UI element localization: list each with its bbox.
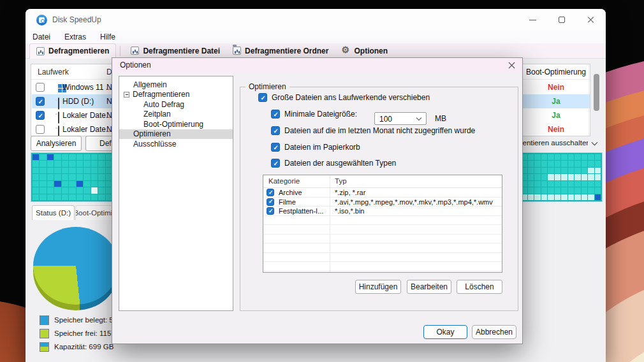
tree-item-ausschluesse[interactable]: Ausschlüsse: [119, 139, 233, 149]
tree-item-zeitplan[interactable]: Zeitplan: [119, 110, 233, 120]
table-empty-row: [263, 253, 502, 263]
block-cell: [98, 194, 105, 200]
block-cell: [84, 194, 90, 200]
dialog-close-icon[interactable]: [508, 61, 516, 69]
tree-item-defragmentieren[interactable]: Defragmentieren: [119, 90, 233, 100]
toolbar-defragmentieren[interactable]: Defragmentieren: [29, 43, 116, 59]
tab-status[interactable]: Status (D:): [32, 205, 75, 220]
table-row-archive[interactable]: Archive *.zip, *.rar: [263, 188, 502, 198]
types-cell: *.avi,*.mpg,*.mpeg,*.mov,*.mkv,*.mp3,*.m…: [335, 198, 493, 206]
tree-item-boot-optimierung[interactable]: Boot-Optimierung: [119, 119, 233, 129]
block-cell: [69, 168, 75, 173]
block-cell: [54, 187, 61, 193]
option-recycle-bin[interactable]: Dateien im Papierkorb: [271, 143, 360, 152]
dialog-title: Optionen: [120, 61, 151, 69]
toolbar-label: Defragmentieren: [48, 47, 109, 55]
block-cell: [62, 168, 68, 173]
block-cell: [33, 154, 39, 160]
drive-label: Lokaler Date...: [62, 125, 112, 134]
toolbar-label: Defragmentiere Ordner: [245, 47, 328, 55]
tree-item-optimieren[interactable]: Optimieren: [119, 129, 233, 140]
tree-item-auto-defrag[interactable]: Auto Defrag: [119, 99, 233, 110]
option-min-filesize[interactable]: Minimale Dateigröße:: [271, 110, 357, 119]
block-cell: [541, 194, 548, 200]
block-cell: [595, 194, 601, 200]
drive-checkbox[interactable]: [36, 111, 45, 120]
block-cell: [568, 181, 574, 187]
menu-datei[interactable]: Datei: [33, 33, 50, 41]
vertical-scrollbar[interactable]: [594, 74, 599, 111]
maximize-button[interactable]: [547, 9, 576, 31]
row-checkbox[interactable]: [267, 198, 274, 206]
defrag-disable-dropdown[interactable]: mentieren ausschalten: [516, 139, 588, 149]
block-cell: [84, 154, 90, 160]
drive-checkbox[interactable]: [36, 83, 45, 92]
legend-swatch-capacity: [40, 342, 49, 352]
pie-chart: [33, 227, 119, 305]
tree-label: Defragmentieren: [133, 90, 189, 99]
checkbox-checked[interactable]: [271, 110, 280, 119]
row-checkbox[interactable]: [267, 207, 274, 215]
toolbar-defragmentiere-datei[interactable]: Defragmentiere Datei: [124, 43, 226, 59]
drive-checkbox[interactable]: [36, 97, 45, 106]
block-cell: [47, 161, 54, 166]
close-button[interactable]: [576, 9, 606, 31]
block-cell: [588, 181, 594, 187]
drive-checkbox[interactable]: [36, 125, 45, 134]
tab-boot-optimierung[interactable]: Boot-Optimie: [75, 205, 115, 220]
block-cell: [91, 181, 98, 187]
menu-hilfe[interactable]: Hilfe: [100, 33, 115, 41]
block-cell: [33, 181, 39, 187]
toolbar-optionen[interactable]: Optionen: [335, 43, 394, 59]
toolbar-defragmentiere-ordner[interactable]: Defragmentiere Ordner: [226, 43, 335, 59]
block-cell: [77, 187, 83, 193]
defrag-block-map-right: [519, 152, 603, 202]
option-move-large-files[interactable]: Große Dateien ans Laufwerkende verschieb…: [258, 93, 430, 102]
table-row-festplatten[interactable]: Festplatten-I... *.iso,*.bin: [263, 206, 502, 216]
block-cell: [568, 194, 574, 200]
delete-button[interactable]: Löschen: [457, 280, 502, 294]
tree-collapse-icon[interactable]: [124, 92, 129, 98]
block-cell: [54, 161, 61, 166]
block-cell: [588, 194, 594, 200]
block-cell: [47, 174, 54, 180]
block-cell: [574, 181, 581, 187]
column-typ: Typ: [335, 177, 347, 185]
checkbox-checked[interactable]: [258, 93, 267, 102]
optimize-groupbox: Optimieren Große Dateien ans Laufwerkend…: [240, 87, 518, 311]
checkbox-checked[interactable]: [271, 143, 280, 152]
checkbox-checked[interactable]: [271, 159, 280, 168]
block-cell: [528, 194, 534, 200]
cancel-button[interactable]: Abbrechen: [472, 325, 516, 339]
menu-extras[interactable]: Extras: [64, 33, 86, 41]
table-row-filme[interactable]: Filme *.avi,*.mpg,*.mpeg,*.mov,*.mkv,*.m…: [263, 198, 502, 207]
wallpaper-left-strip: [0, 0, 28, 362]
option-not-accessed[interactable]: Dateien auf die im letzten Monat nicht z…: [271, 126, 475, 135]
chevron-down-icon[interactable]: [592, 140, 598, 146]
ok-button[interactable]: Okay: [423, 325, 467, 339]
tree-item-allgemein[interactable]: Allgemein: [119, 80, 233, 90]
block-cell: [40, 194, 46, 200]
option-selected-types[interactable]: Dateien der ausgewählten Typen: [271, 159, 396, 168]
block-cell: [534, 174, 541, 180]
minimize-button[interactable]: [518, 9, 547, 31]
block-cell: [47, 194, 54, 200]
block-cell: [534, 187, 541, 193]
block-cell: [40, 161, 46, 166]
boot-value: Ja: [523, 111, 589, 120]
block-cell: [568, 187, 574, 193]
block-cell: [561, 161, 567, 166]
column-laufwerk: Laufwerk: [38, 68, 69, 76]
block-cell: [541, 174, 548, 180]
block-cell: [33, 194, 39, 200]
min-filesize-combobox[interactable]: 100: [374, 112, 427, 125]
checkbox-checked[interactable]: [271, 126, 280, 135]
column-kategorie: Kategorie: [268, 177, 300, 185]
row-checkbox[interactable]: [267, 189, 274, 196]
add-button[interactable]: Hinzufügen: [355, 280, 401, 294]
analyze-button[interactable]: Analysieren: [31, 136, 82, 151]
block-cell: [54, 181, 61, 187]
column-boot-optimierung: Boot-Optimierung: [523, 68, 589, 76]
edit-button[interactable]: Bearbeiten: [407, 280, 451, 294]
block-cell: [574, 187, 581, 193]
